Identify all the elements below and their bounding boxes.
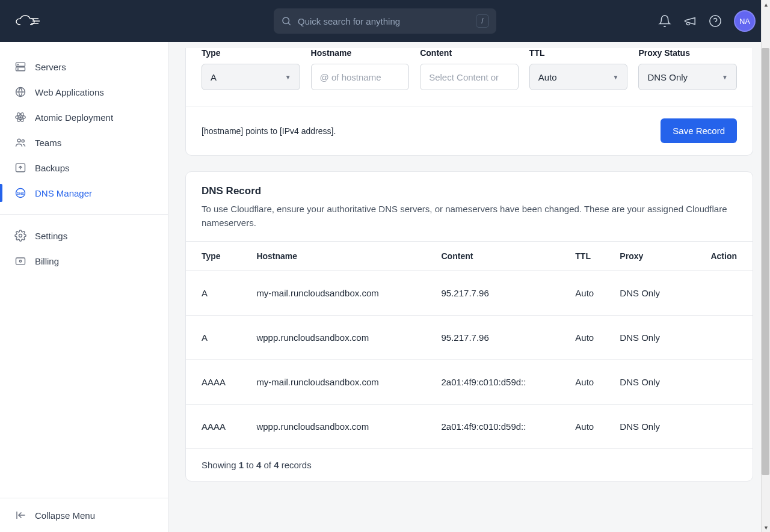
atom-icon: [14, 111, 26, 123]
sidebar: ServersWeb ApplicationsAtomic Deployment…: [0, 42, 168, 532]
help-icon[interactable]: [709, 14, 722, 28]
col-proxy: Proxy: [612, 241, 686, 271]
scrollbar-thumb[interactable]: [762, 48, 769, 475]
cell-proxy: DNS Only: [612, 404, 686, 448]
sidebar-item-label: Billing: [35, 256, 59, 266]
content-label: Content: [420, 48, 519, 58]
cell-proxy: DNS Only: [612, 271, 686, 315]
cell-action[interactable]: [686, 359, 753, 404]
backup-icon: [14, 162, 26, 174]
sidebar-item-label: Teams: [35, 138, 61, 148]
cell-ttl: Auto: [568, 315, 612, 359]
sidebar-item-servers[interactable]: Servers: [0, 54, 168, 79]
cell-type: A: [186, 271, 249, 315]
sidebar-item-teams[interactable]: Teams: [0, 130, 168, 155]
sidebar-item-dns-manager[interactable]: DNSDNS Manager: [0, 180, 168, 206]
table-row[interactable]: AAAAwppp.runcloudsandbox.com2a01:4f9:c01…: [186, 404, 753, 448]
sidebar-item-web-applications[interactable]: Web Applications: [0, 79, 168, 105]
chevron-down-icon: ▼: [722, 74, 728, 81]
cell-type: AAAA: [186, 404, 249, 448]
cell-action[interactable]: [686, 404, 753, 448]
ttl-label: TTL: [529, 48, 628, 58]
svg-point-23: [19, 234, 22, 237]
billing-icon: [14, 255, 26, 267]
svg-point-18: [22, 139, 24, 142]
svg-line-4: [288, 23, 291, 25]
users-icon: [14, 136, 26, 148]
save-record-button[interactable]: Save Record: [661, 118, 737, 143]
table-footer: Showing 1 to 4 of 4 records: [186, 449, 753, 481]
globe-icon: [14, 86, 26, 98]
nav-divider: [0, 214, 168, 215]
col-content: Content: [434, 241, 568, 271]
cell-action[interactable]: [686, 271, 753, 315]
cell-hostname: my-mail.runcloudsandbox.com: [249, 359, 434, 404]
chevron-down-icon: ▼: [285, 74, 291, 81]
sidebar-item-atomic-deployment[interactable]: Atomic Deployment: [0, 105, 168, 130]
svg-point-5: [710, 16, 721, 26]
type-value: A: [211, 72, 217, 82]
svg-point-10: [17, 69, 18, 69]
create-record-form: Type A ▼ Hostname Content: [186, 48, 753, 106]
sidebar-item-billing[interactable]: Billing: [0, 248, 168, 274]
scrollbar[interactable]: ▲ ▼: [761, 0, 770, 532]
footer-ofword: of: [261, 460, 274, 470]
proxy-select[interactable]: DNS Only ▼: [638, 64, 737, 90]
collapse-menu[interactable]: Collapse Menu: [0, 498, 168, 532]
ttl-select[interactable]: Auto ▼: [529, 64, 628, 90]
col-hostname: Hostname: [249, 241, 434, 271]
sidebar-item-label: Servers: [35, 62, 66, 72]
cell-proxy: DNS Only: [612, 315, 686, 359]
search-box[interactable]: /: [274, 8, 496, 34]
cell-hostname: wppp.runcloudsandbox.com: [249, 315, 434, 359]
chevron-down-icon: ▼: [612, 74, 618, 81]
hostname-input[interactable]: [320, 72, 401, 82]
cell-ttl: Auto: [568, 404, 612, 448]
search-wrap: /: [274, 8, 496, 34]
logo[interactable]: [14, 14, 41, 28]
cell-content: 95.217.7.96: [434, 315, 568, 359]
search-icon: [281, 16, 292, 26]
sidebar-item-backups[interactable]: Backups: [0, 155, 168, 180]
cell-type: AAAA: [186, 359, 249, 404]
form-hint: [hostname] points to [IPv4 address].: [202, 126, 336, 136]
footer-suffix: records: [279, 460, 311, 470]
gear-icon: [14, 230, 26, 242]
collapse-label: Collapse Menu: [35, 510, 95, 521]
scroll-down-icon[interactable]: ▼: [762, 523, 770, 532]
header-actions: NA: [658, 10, 756, 32]
bell-icon[interactable]: [658, 14, 671, 28]
scroll-up-icon[interactable]: ▲: [762, 0, 770, 9]
sidebar-item-label: DNS Manager: [35, 188, 92, 198]
svg-point-25: [19, 260, 21, 262]
footer-prefix: Showing: [202, 460, 239, 470]
app-header: / NA: [0, 0, 770, 42]
hostname-label: Hostname: [311, 48, 410, 58]
records-table: Type Hostname Content TTL Proxy Action A…: [186, 241, 753, 449]
action-bar: [hostname] points to [IPv4 address]. Sav…: [186, 106, 753, 155]
footer-from: 1: [239, 460, 244, 470]
type-label: Type: [202, 48, 300, 58]
table-row[interactable]: AAAAmy-mail.runcloudsandbox.com2a01:4f9:…: [186, 359, 753, 404]
svg-point-17: [17, 139, 20, 142]
sidebar-item-label: Settings: [35, 231, 67, 241]
records-description: To use Cloudflare, ensure your authorita…: [202, 202, 737, 230]
avatar[interactable]: NA: [734, 10, 756, 32]
megaphone-icon[interactable]: [683, 14, 697, 28]
cell-content: 2a01:4f9:c010:d59d::: [434, 359, 568, 404]
svg-point-13: [20, 117, 22, 118]
svg-point-9: [17, 64, 18, 65]
sidebar-item-label: Atomic Deployment: [35, 112, 113, 123]
table-row[interactable]: Awppp.runcloudsandbox.com95.217.7.96Auto…: [186, 315, 753, 359]
svg-text:DNS: DNS: [17, 192, 24, 195]
search-input[interactable]: [298, 16, 476, 26]
cell-hostname: my-mail.runcloudsandbox.com: [249, 271, 434, 315]
cell-action[interactable]: [686, 315, 753, 359]
sidebar-item-settings[interactable]: Settings: [0, 223, 168, 248]
content-input[interactable]: [429, 72, 510, 82]
type-select[interactable]: A ▼: [202, 64, 300, 90]
svg-point-3: [283, 17, 289, 24]
footer-to: 4: [256, 460, 261, 470]
table-row[interactable]: Amy-mail.runcloudsandbox.com95.217.7.96A…: [186, 271, 753, 315]
search-shortcut: /: [476, 14, 489, 28]
